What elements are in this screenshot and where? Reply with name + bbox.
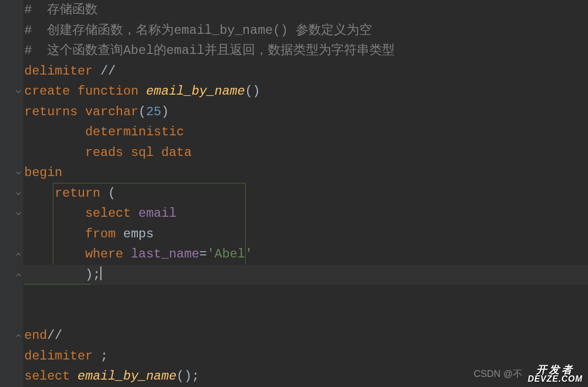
- csdn-watermark-text: CSDN @不: [474, 367, 522, 380]
- token-white: ;: [100, 349, 108, 363]
- token-string: 'Abel': [207, 247, 253, 261]
- code-line[interactable]: delimiter ;: [23, 346, 588, 367]
- text-cursor: [100, 266, 101, 280]
- token-paren: (: [138, 105, 146, 119]
- gutter: [0, 0, 23, 387]
- fold-open-icon[interactable]: [15, 210, 22, 217]
- token-keyword: select: [85, 206, 138, 220]
- fold-close-icon[interactable]: [15, 251, 22, 258]
- token-keyword: deterministic: [85, 125, 184, 139]
- fold-open-icon[interactable]: [15, 169, 22, 177]
- token-comment: # 这个函数查询: [24, 43, 123, 58]
- code-line[interactable]: [23, 285, 588, 306]
- code-line[interactable]: # 这个函数查询Abel的email并且返回，数据类型为字符串类型: [23, 41, 588, 61]
- token-keyword: end: [24, 328, 47, 343]
- token-slash: //: [100, 64, 116, 78]
- code-line[interactable]: select email: [23, 204, 588, 224]
- token-white: [24, 247, 85, 261]
- token-function-name: email_by_name: [78, 369, 176, 383]
- token-comment: 参数定义为空: [296, 23, 372, 38]
- token-white: [24, 125, 85, 139]
- token-white: ;: [192, 369, 199, 383]
- code-line[interactable]: [23, 306, 588, 326]
- code-line[interactable]: # 创建存储函数，名称为email_by_name() 参数定义为空: [23, 21, 588, 41]
- token-white: [24, 186, 55, 200]
- watermark: CSDN @不 开发者 DEVZE.COM: [474, 365, 583, 383]
- token-slash: //: [47, 328, 62, 343]
- token-keyword: select: [24, 369, 78, 383]
- token-comment: 并且返回，数据类型为字符串类型: [204, 43, 395, 58]
- token-paren: (): [245, 84, 260, 98]
- token-white: [24, 145, 85, 160]
- code-line[interactable]: return (: [23, 183, 588, 204]
- token-white: =: [199, 247, 207, 261]
- code-line[interactable]: create function email_by_name(): [23, 81, 588, 102]
- fold-open-icon[interactable]: [15, 88, 22, 95]
- token-comment-en: Abel: [123, 43, 154, 58]
- code-line[interactable]: );: [23, 265, 588, 285]
- code-line[interactable]: # 存储函数: [23, 0, 588, 21]
- token-keyword: return: [55, 186, 108, 200]
- token-white: [24, 206, 85, 220]
- code-line[interactable]: delimiter //: [23, 61, 588, 82]
- token-white: [24, 227, 85, 241]
- token-paren: (): [176, 369, 192, 383]
- token-keyword: where: [85, 247, 130, 261]
- token-white: [24, 268, 85, 282]
- token-keyword: from: [85, 227, 123, 241]
- token-white: ;: [93, 268, 100, 282]
- token-keyword: delimiter: [24, 349, 100, 363]
- token-comment-en: email: [166, 43, 204, 58]
- token-column: last_name: [131, 247, 200, 261]
- code-line[interactable]: reads sql data: [23, 143, 588, 163]
- token-paren: ): [85, 268, 92, 282]
- code-editor[interactable]: # 存储函数# 创建存储函数，名称为email_by_name() 参数定义为空…: [0, 0, 588, 387]
- token-paren: (: [108, 186, 115, 200]
- code-line[interactable]: deterministic: [23, 122, 588, 143]
- token-comment-en: email_by_name(): [174, 23, 295, 38]
- code-line[interactable]: begin: [23, 163, 588, 183]
- token-keyword: delimiter: [24, 64, 100, 78]
- code-line[interactable]: from emps: [23, 224, 588, 245]
- token-comment: 的: [154, 43, 166, 58]
- devze-logo: 开发者 DEVZE.COM: [528, 365, 583, 383]
- fold-open-icon[interactable]: [15, 190, 22, 197]
- token-function-name: email_by_name: [146, 84, 245, 98]
- token-column: email: [138, 206, 176, 220]
- token-number: 25: [146, 105, 161, 119]
- fold-close-icon[interactable]: [15, 332, 22, 339]
- token-identifier: emps: [123, 227, 154, 241]
- token-comment: # 存储函数: [24, 3, 98, 17]
- code-line[interactable]: returns varchar(25): [23, 102, 588, 123]
- code-area[interactable]: # 存储函数# 创建存储函数，名称为email_by_name() 参数定义为空…: [23, 0, 588, 387]
- fold-close-icon[interactable]: [15, 271, 22, 279]
- token-keyword: begin: [24, 165, 62, 180]
- token-keyword: create function: [24, 84, 146, 98]
- token-comment: # 创建存储函数，名称为: [24, 23, 174, 38]
- code-line[interactable]: where last_name='Abel': [23, 244, 588, 265]
- token-keyword: returns varchar: [24, 105, 138, 119]
- code-line[interactable]: end//: [23, 326, 588, 346]
- token-keyword: reads sql data: [85, 145, 192, 160]
- token-paren: ): [161, 105, 169, 119]
